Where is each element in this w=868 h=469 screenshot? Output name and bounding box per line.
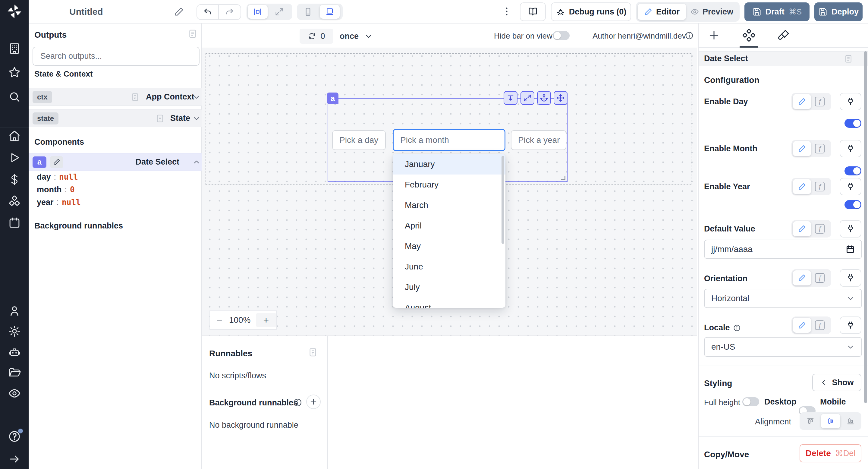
dropdown-scrollbar[interactable] xyxy=(501,156,504,244)
doc-icon[interactable] xyxy=(844,54,853,63)
search-icon[interactable] xyxy=(8,90,21,103)
app-canvas[interactable]: a Pick a day Pick a month Pick a year Ja… xyxy=(202,48,697,336)
static-editor-button[interactable] xyxy=(793,318,811,333)
orientation-connect-button[interactable] xyxy=(840,269,861,287)
fn-editor-button[interactable]: ƒ xyxy=(811,144,829,153)
component-row-date-select[interactable]: a Date Select xyxy=(29,153,202,171)
fn-editor-button[interactable]: ƒ xyxy=(811,224,829,233)
deploy-button[interactable]: Deploy xyxy=(814,2,863,21)
state-row[interactable]: state State xyxy=(29,110,202,127)
schedules-calendar-icon[interactable] xyxy=(8,216,21,229)
workers-robot-icon[interactable] xyxy=(8,346,21,359)
workspace-building-icon[interactable] xyxy=(8,42,21,55)
fn-editor-button[interactable]: ƒ xyxy=(811,320,829,330)
move-handle[interactable] xyxy=(554,91,567,105)
info-icon[interactable] xyxy=(293,398,302,407)
ctx-row[interactable]: ctx App Context xyxy=(29,88,202,106)
locale-connect-button[interactable] xyxy=(840,316,861,334)
editor-tab[interactable]: Editor xyxy=(638,4,686,20)
anchor-handle[interactable] xyxy=(537,91,551,105)
desktop-view-button[interactable] xyxy=(320,5,340,19)
enable-month-toggle[interactable] xyxy=(844,166,861,176)
debug-runs-button[interactable]: Debug runs (0) xyxy=(551,2,631,21)
chevron-down-icon[interactable] xyxy=(192,93,201,101)
static-editor-button[interactable] xyxy=(793,141,811,156)
locale-select[interactable]: en-US xyxy=(704,337,862,357)
refresh-count-button[interactable]: 0 xyxy=(300,29,333,44)
help-icon[interactable] xyxy=(8,430,21,443)
align-top-button[interactable] xyxy=(801,417,820,425)
preview-tab[interactable]: Preview xyxy=(686,7,738,17)
static-editor-button[interactable] xyxy=(793,179,811,194)
hide-bar-toggle[interactable] xyxy=(553,31,569,40)
doc-icon[interactable] xyxy=(156,114,164,123)
month-option[interactable]: July xyxy=(393,277,505,298)
month-option[interactable]: February xyxy=(393,175,505,195)
folders-icon[interactable] xyxy=(8,367,21,379)
resize-corner-handle[interactable] xyxy=(561,176,565,180)
full-height-toggle[interactable] xyxy=(742,397,759,406)
month-option[interactable]: January xyxy=(393,154,505,175)
undo-button[interactable] xyxy=(197,5,219,19)
fn-editor-button[interactable]: ƒ xyxy=(811,97,829,106)
variables-dollar-icon[interactable] xyxy=(8,173,21,186)
settings-gear-icon[interactable] xyxy=(8,325,21,338)
month-option[interactable]: August xyxy=(393,298,505,308)
mobile-view-button[interactable] xyxy=(298,7,318,16)
styling-show-button[interactable]: Show xyxy=(812,374,861,391)
add-background-runnable-button[interactable] xyxy=(306,395,321,409)
frequency-dropdown[interactable]: once xyxy=(340,29,373,44)
windmill-logo[interactable] xyxy=(7,4,22,19)
default-value-date-input[interactable]: jj/mm/aaaa xyxy=(704,240,862,259)
info-icon[interactable] xyxy=(685,31,694,40)
align-center-button[interactable] xyxy=(821,414,840,428)
enable-day-connect-button[interactable] xyxy=(840,93,861,110)
enable-year-toggle[interactable] xyxy=(844,200,861,209)
docs-book-button[interactable] xyxy=(520,2,546,21)
static-editor-button[interactable] xyxy=(793,94,811,109)
month-option[interactable]: May xyxy=(393,236,505,256)
enable-month-connect-button[interactable] xyxy=(840,140,861,157)
rename-pencil-icon[interactable] xyxy=(174,7,184,17)
runs-play-icon[interactable] xyxy=(8,151,21,164)
zoom-out-button[interactable]: − xyxy=(210,315,229,326)
styling-tab[interactable] xyxy=(778,29,789,41)
month-select-input[interactable]: Pick a month xyxy=(393,129,505,151)
fn-editor-button[interactable]: ƒ xyxy=(811,273,829,283)
search-outputs-input[interactable] xyxy=(33,47,199,66)
redo-button[interactable] xyxy=(219,7,241,17)
day-select-input[interactable]: Pick a day xyxy=(332,130,386,150)
doc-icon[interactable] xyxy=(130,93,140,101)
user-icon[interactable] xyxy=(8,305,21,317)
orientation-select[interactable]: Horizontal xyxy=(704,289,862,308)
collapse-arrow-icon[interactable] xyxy=(8,453,21,465)
delete-button[interactable]: Delete ⌘Del xyxy=(800,444,861,462)
component-settings-tab[interactable] xyxy=(743,29,755,41)
doc-icon[interactable] xyxy=(188,29,197,39)
default-value-connect-button[interactable] xyxy=(840,220,861,238)
favorites-star-icon[interactable] xyxy=(8,66,21,79)
zoom-in-button[interactable]: + xyxy=(256,313,276,327)
calendar-icon[interactable] xyxy=(846,245,855,254)
audit-eye-icon[interactable] xyxy=(8,387,21,400)
month-option[interactable]: June xyxy=(393,256,505,277)
static-editor-button[interactable] xyxy=(793,270,811,285)
fullscreen-layout-button[interactable] xyxy=(270,7,289,16)
resources-cubes-icon[interactable] xyxy=(8,195,21,208)
fullsize-handle[interactable] xyxy=(521,91,534,105)
info-icon[interactable] xyxy=(733,324,741,332)
fn-editor-button[interactable]: ƒ xyxy=(811,182,829,191)
insert-component-tab[interactable] xyxy=(708,30,720,41)
year-select-input[interactable]: Pick a year xyxy=(511,130,566,150)
enable-year-connect-button[interactable] xyxy=(840,178,861,195)
expand-down-handle[interactable] xyxy=(504,91,518,105)
chevron-up-icon[interactable] xyxy=(192,158,201,166)
draft-button[interactable]: Draft ⌘S xyxy=(744,2,809,21)
align-bottom-button[interactable] xyxy=(841,417,860,425)
month-option[interactable]: April xyxy=(393,216,505,236)
component-rename-pencil-icon[interactable] xyxy=(50,156,63,168)
doc-icon[interactable] xyxy=(308,347,318,357)
panel-scrollbar[interactable] xyxy=(864,51,867,403)
centered-layout-button[interactable] xyxy=(248,5,268,19)
kebab-menu-icon[interactable] xyxy=(501,6,512,17)
